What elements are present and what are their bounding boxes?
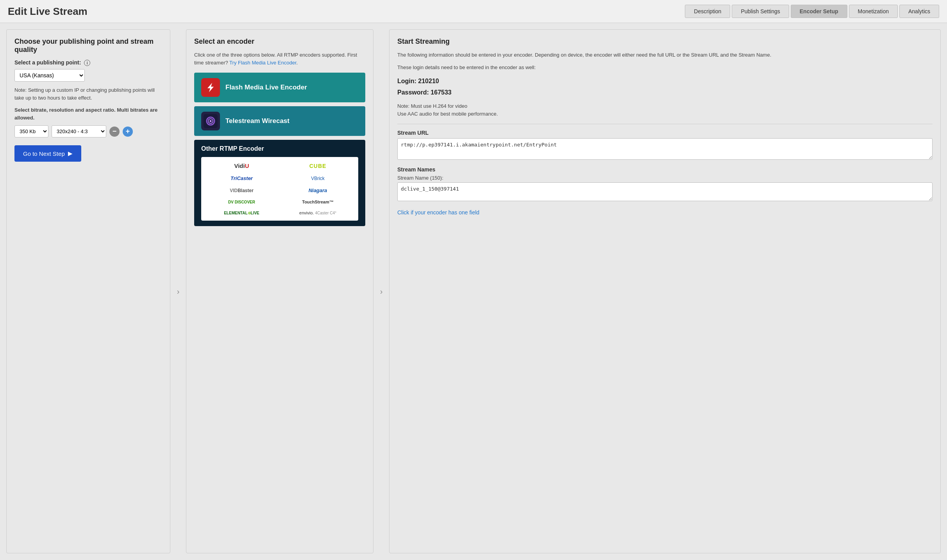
tab-monetization[interactable]: Monetization <box>849 5 898 18</box>
password-value: Password: 167533 <box>397 87 933 98</box>
tab-navigation: Description Publish Settings Encoder Set… <box>685 5 939 18</box>
one-field-link[interactable]: Click if your encoder has one field <box>397 209 933 216</box>
logo-elemental: ELEMENTAL⊕LIVE <box>205 209 278 217</box>
flash-encoder-icon <box>201 78 220 97</box>
left-arrow-separator: › <box>170 29 186 553</box>
other-rtmp-logos: VidiU CUBE TriCaster VBrick VIDBlaster N… <box>201 157 358 221</box>
right-arrow-separator: › <box>373 29 389 553</box>
page-title: Edit Live Stream <box>8 5 685 18</box>
add-bitrate-button[interactable]: + <box>123 127 133 137</box>
bitrate-row: 350 Kb 500 Kb 750 Kb 1000 Kb 1500 Kb 200… <box>14 125 162 137</box>
logo-envivio: envivio. 4Caster C4° <box>281 209 354 217</box>
publishing-point-select[interactable]: USA (Kansas) USA (New York) Europe Asia <box>14 69 85 82</box>
tab-analytics[interactable]: Analytics <box>899 5 939 18</box>
logo-dv: DV DISCOVER <box>205 198 278 206</box>
other-rtmp-panel: Other RTMP Encoder VidiU CUBE TriCaster … <box>194 140 365 226</box>
stream-url-label: Stream URL <box>397 130 933 136</box>
login-note: These login details need to be entered i… <box>397 64 933 71</box>
wirecast-encoder-label: Telestream Wirecast <box>225 117 289 125</box>
center-panel: Select an encoder Click one of the three… <box>186 29 373 553</box>
info-icon[interactable]: i <box>84 60 90 66</box>
left-panel: Choose your publishing point and stream … <box>6 29 170 553</box>
divider-1 <box>397 124 933 124</box>
logo-vidblaster: VIDBlaster <box>205 186 278 195</box>
logo-tricaster: TriCaster <box>205 174 278 183</box>
flash-encoder-label: Flash Media Live Encoder <box>225 84 307 91</box>
tab-encoder-setup[interactable]: Encoder Setup <box>791 5 847 18</box>
wirecast-encoder-icon <box>201 112 220 130</box>
publishing-point-label: Select a publishing point: i <box>14 59 162 66</box>
other-rtmp-title: Other RTMP Encoder <box>201 145 358 152</box>
wirecast-encoder-option[interactable]: Telestream Wirecast <box>194 106 365 136</box>
stream-names-label: Stream Names <box>397 166 933 173</box>
stream-name-sublabel: Stream Name (150): <box>397 175 933 181</box>
login-info-block: Login: 210210 Password: 167533 <box>397 76 933 98</box>
stream-name-input[interactable] <box>397 182 933 201</box>
logo-vbrick: VBrick <box>281 174 354 183</box>
bitrate-select[interactable]: 350 Kb 500 Kb 750 Kb 1000 Kb 1500 Kb 200… <box>14 125 48 137</box>
logo-vidiu: VidiU <box>205 161 278 171</box>
left-panel-title: Choose your publishing point and stream … <box>14 37 162 54</box>
login-value: Login: 210210 <box>397 76 933 87</box>
stream-url-input[interactable] <box>397 138 933 160</box>
logo-touchstream: TouchStream™ <box>281 198 354 206</box>
tab-publish-settings[interactable]: Publish Settings <box>732 5 789 18</box>
main-content: Choose your publishing point and stream … <box>0 23 947 560</box>
next-step-button[interactable]: Go to Next Step ▶ <box>14 145 81 162</box>
h264-note: Note: Must use H.264 for video Use AAC a… <box>397 102 933 119</box>
resolution-select[interactable]: 320x240 - 4:3 640x480 - 4:3 1280x720 - 1… <box>52 125 106 137</box>
streaming-description: The following information should be ente… <box>397 51 933 59</box>
encoder-description: Click one of the three options below. Al… <box>194 51 365 66</box>
tab-description[interactable]: Description <box>685 5 730 18</box>
center-panel-title: Select an encoder <box>194 37 365 46</box>
remove-bitrate-button[interactable]: − <box>109 127 120 137</box>
bitrate-note: Select bitrate, resolution and aspect ra… <box>14 106 162 121</box>
flash-encoder-option[interactable]: Flash Media Live Encoder <box>194 73 365 102</box>
logo-cube: CUBE <box>281 161 354 171</box>
try-flash-link[interactable]: Try Flash Media Live Encoder <box>229 60 296 66</box>
play-icon: ▶ <box>68 150 73 157</box>
svg-point-5 <box>210 120 212 122</box>
page-header: Edit Live Stream Description Publish Set… <box>0 0 947 23</box>
right-panel-title: Start Streaming <box>397 37 933 46</box>
right-panel: Start Streaming The following informatio… <box>389 29 941 553</box>
publishing-point-note: Note: Setting up a custom IP or changing… <box>14 86 162 102</box>
logo-niagara: Niagara <box>281 186 354 195</box>
